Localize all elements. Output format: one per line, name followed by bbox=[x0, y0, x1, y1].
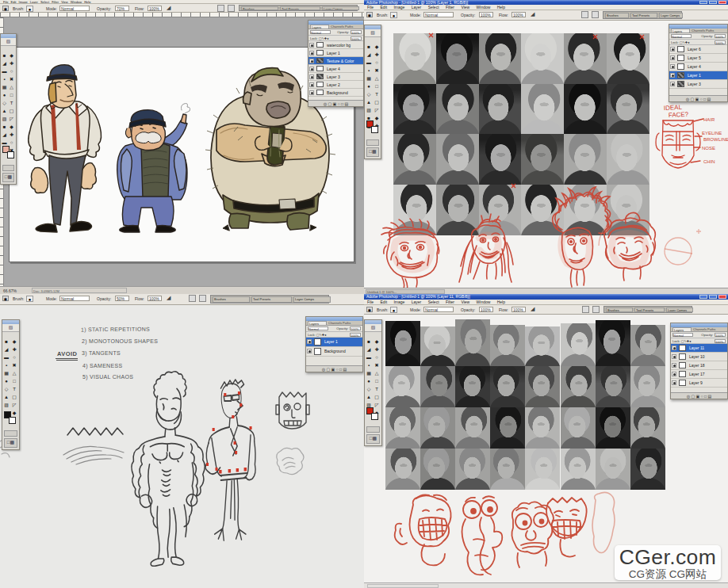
svg-text:NOSE: NOSE bbox=[702, 146, 715, 151]
svg-text:HAIR: HAIR bbox=[703, 117, 715, 122]
svg-text:FACE?: FACE? bbox=[669, 111, 689, 119]
svg-text:BROWLINE: BROWLINE bbox=[703, 137, 728, 142]
svg-text:EYELINE: EYELINE bbox=[702, 131, 722, 136]
svg-text:CHIN: CHIN bbox=[703, 159, 715, 164]
